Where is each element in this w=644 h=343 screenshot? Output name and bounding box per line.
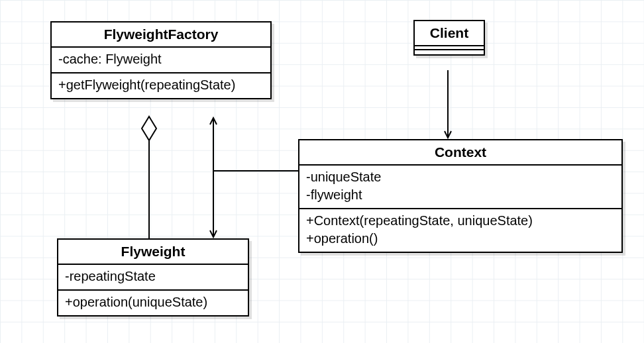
class-client[interactable]: Client [413, 20, 485, 56]
method: +Context(repeatingState, uniqueState) [306, 212, 615, 230]
class-flyweight-factory[interactable]: FlyweightFactory -cache: Flyweight +getF… [50, 21, 272, 99]
class-name: FlyweightFactory [52, 23, 270, 48]
attribute: -repeatingState [65, 268, 241, 285]
class-methods: +Context(repeatingState, uniqueState) +o… [299, 209, 621, 252]
class-attributes: -cache: Flyweight [52, 48, 270, 74]
class-methods [415, 50, 484, 54]
class-methods: +operation(uniqueState) [58, 291, 248, 315]
class-attributes: -repeatingState [58, 265, 248, 291]
attribute: -flyweight [306, 186, 615, 204]
class-flyweight[interactable]: Flyweight -repeatingState +operation(uni… [57, 238, 249, 317]
class-attributes: -uniqueState -flyweight [299, 166, 621, 209]
method: +getFlyweight(repeatingState) [58, 76, 264, 94]
attribute: -cache: Flyweight [58, 50, 264, 68]
class-name: Context [299, 140, 621, 166]
class-methods: +getFlyweight(repeatingState) [52, 74, 270, 98]
svg-marker-0 [142, 117, 156, 140]
attribute: -uniqueState [306, 168, 615, 186]
connector-aggregation-factory-flyweight [142, 117, 156, 238]
class-context[interactable]: Context -uniqueState -flyweight +Context… [298, 139, 623, 253]
diagram-canvas: FlyweightFactory -cache: Flyweight +getF… [0, 0, 644, 343]
method: +operation() [306, 230, 615, 248]
class-name: Flyweight [58, 240, 248, 265]
method: +operation(uniqueState) [65, 293, 241, 311]
class-name: Client [415, 21, 484, 46]
